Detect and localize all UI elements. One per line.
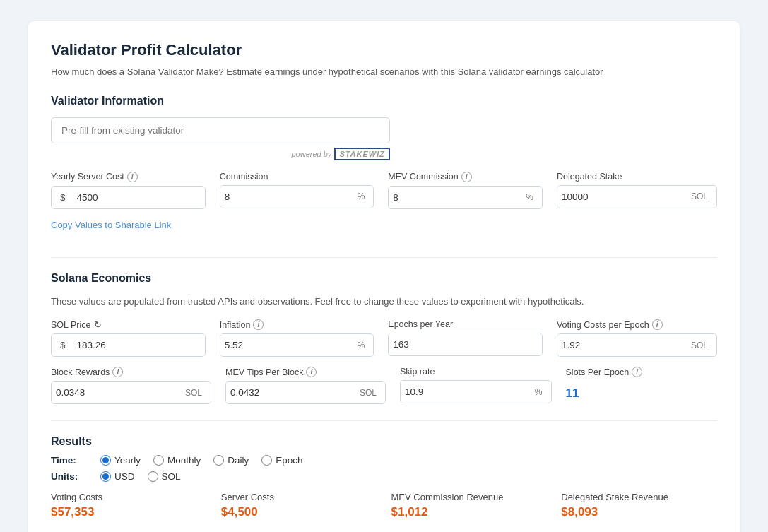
yearly-server-cost-info-icon[interactable]: i xyxy=(127,172,138,182)
inflation-suffix: % xyxy=(352,335,374,356)
time-yearly-label: Yearly xyxy=(114,455,141,466)
result-voting-costs-label: Voting Costs xyxy=(51,492,207,502)
commission-input[interactable] xyxy=(220,186,352,208)
time-monthly-label: Monthly xyxy=(167,455,201,466)
delegated-stake-label: Delegated Stake xyxy=(557,172,717,182)
sol-price-label: SOL Price ↻ xyxy=(51,319,206,330)
divider-1 xyxy=(51,257,717,258)
powered-by-bar: powered by STAKEWIZ xyxy=(51,148,390,160)
time-label: Time: xyxy=(51,455,88,466)
mev-tips-label: MEV Tips Per Block i xyxy=(225,367,386,377)
solana-fields-grid-1: SOL Price ↻ $ Inflation i xyxy=(51,319,717,357)
yearly-server-cost-field: Yearly Server Cost i $ xyxy=(51,172,206,209)
slots-per-epoch-field: Slots Per Epoch i 11 xyxy=(566,367,717,406)
solana-economics-description: These values are populated from trusted … xyxy=(51,295,717,309)
solana-economics-title: Solana Economics xyxy=(51,272,717,285)
voting-costs-suffix: SOL xyxy=(685,335,716,356)
results-section: Results Time: Yearly Monthly Daily Ep xyxy=(51,435,717,532)
skip-rate-suffix: % xyxy=(529,382,551,403)
voting-costs-field: Voting Costs per Epoch i SOL xyxy=(557,319,717,357)
result-server-costs-value: $4,500 xyxy=(221,505,377,519)
skip-rate-input[interactable] xyxy=(401,381,529,403)
result-delegated-stake-revenue-value: $8,093 xyxy=(561,505,717,519)
result-server-costs: Server Costs $4,500 xyxy=(221,492,377,519)
result-mev-commission-revenue-value: $1,012 xyxy=(391,505,548,519)
powered-by-text: powered by xyxy=(292,150,332,158)
solana-fields-grid-2: Block Rewards i SOL MEV Tips Per Block i xyxy=(51,367,717,406)
commission-label: Commission xyxy=(220,172,374,182)
block-rewards-suffix: SOL xyxy=(179,382,211,403)
voting-costs-input[interactable] xyxy=(557,334,685,356)
sol-price-refresh-icon[interactable]: ↻ xyxy=(94,319,102,330)
time-option-yearly[interactable]: Yearly xyxy=(100,455,141,466)
page-subtitle: How much does a Solana Validator Make? E… xyxy=(51,65,717,79)
skip-rate-field: Skip rate % xyxy=(400,367,551,406)
mev-commission-info-icon[interactable]: i xyxy=(461,172,472,182)
results-grid: Voting Costs $57,353 Server Costs $4,500… xyxy=(51,492,717,532)
epochs-per-year-field: Epochs per Year xyxy=(388,319,543,357)
units-row: Units: USD SOL xyxy=(51,471,717,482)
epochs-per-year-input[interactable] xyxy=(389,333,542,355)
block-rewards-info-icon[interactable]: i xyxy=(112,367,123,377)
time-option-epoch[interactable]: Epoch xyxy=(261,455,302,466)
validator-info-section: Validator Information powered by STAKEWI… xyxy=(51,95,717,243)
block-rewards-field: Block Rewards i SOL xyxy=(51,367,211,406)
prefill-input[interactable] xyxy=(51,117,390,143)
mev-commission-input[interactable] xyxy=(389,187,520,208)
mev-commission-suffix: % xyxy=(520,187,542,208)
results-title: Results xyxy=(51,435,717,448)
time-option-monthly[interactable]: Monthly xyxy=(153,455,201,466)
time-daily-label: Daily xyxy=(228,455,249,466)
time-option-daily[interactable]: Daily xyxy=(213,455,249,466)
result-delegated-stake-revenue: Delegated Stake Revenue $8,093 xyxy=(561,492,717,519)
units-usd-label: USD xyxy=(114,471,135,482)
validator-fields-grid: Yearly Server Cost i $ Commission xyxy=(51,172,717,209)
units-label: Units: xyxy=(51,471,88,482)
mev-commission-label: MEV Commission i xyxy=(388,172,543,182)
delegated-stake-input[interactable] xyxy=(557,186,685,208)
mev-tips-field: MEV Tips Per Block i SOL xyxy=(225,367,386,406)
solana-economics-section: Solana Economics These values are popula… xyxy=(51,272,717,407)
mev-commission-field: MEV Commission i % xyxy=(388,172,543,209)
epochs-per-year-label: Epochs per Year xyxy=(388,319,543,329)
slots-per-epoch-info-icon[interactable]: i xyxy=(632,367,642,377)
divider-2 xyxy=(51,420,717,421)
block-rewards-input[interactable] xyxy=(52,382,179,403)
units-option-sol[interactable]: SOL xyxy=(148,471,181,482)
delegated-stake-suffix: SOL xyxy=(685,186,716,207)
slots-per-epoch-value: 11 xyxy=(566,386,579,400)
page-title: Validator Profit Calculator xyxy=(51,41,717,59)
commission-field: Commission % xyxy=(220,172,374,209)
result-server-costs-label: Server Costs xyxy=(221,492,377,502)
inflation-label: Inflation i xyxy=(220,319,374,330)
slots-per-epoch-label: Slots Per Epoch i xyxy=(566,367,717,377)
result-delegated-stake-revenue-label: Delegated Stake Revenue xyxy=(561,492,717,502)
commission-suffix: % xyxy=(352,186,374,207)
result-mev-commission-revenue-label: MEV Commission Revenue xyxy=(391,492,548,502)
units-sol-label: SOL xyxy=(162,471,181,482)
block-rewards-label: Block Rewards i xyxy=(51,367,211,377)
yearly-server-cost-label: Yearly Server Cost i xyxy=(51,172,206,182)
yearly-server-cost-prefix: $ xyxy=(52,187,73,208)
mev-tips-input[interactable] xyxy=(226,382,354,403)
time-row: Time: Yearly Monthly Daily Epoch xyxy=(51,455,717,466)
validator-info-title: Validator Information xyxy=(51,95,717,107)
result-mev-commission-revenue: MEV Commission Revenue $1,012 xyxy=(391,492,548,519)
sol-price-input[interactable] xyxy=(73,334,205,356)
yearly-server-cost-input[interactable] xyxy=(73,187,205,208)
inflation-input[interactable] xyxy=(220,334,352,356)
copy-link[interactable]: Copy Values to Sharable Link xyxy=(51,220,171,230)
stakewiz-logo: STAKEWIZ xyxy=(334,148,390,160)
delegated-stake-field: Delegated Stake SOL xyxy=(557,172,717,209)
inflation-field: Inflation i % xyxy=(220,319,374,357)
voting-costs-label: Voting Costs per Epoch i xyxy=(557,319,717,330)
sol-price-field: SOL Price ↻ $ xyxy=(51,319,206,357)
result-voting-costs: Voting Costs $57,353 xyxy=(51,492,207,519)
sol-price-prefix: $ xyxy=(52,334,73,356)
time-epoch-label: Epoch xyxy=(276,455,302,466)
result-voting-costs-value: $57,353 xyxy=(51,505,207,519)
units-option-usd[interactable]: USD xyxy=(100,471,135,482)
inflation-info-icon[interactable]: i xyxy=(253,319,264,330)
mev-tips-info-icon[interactable]: i xyxy=(306,367,317,377)
voting-costs-info-icon[interactable]: i xyxy=(652,319,663,330)
